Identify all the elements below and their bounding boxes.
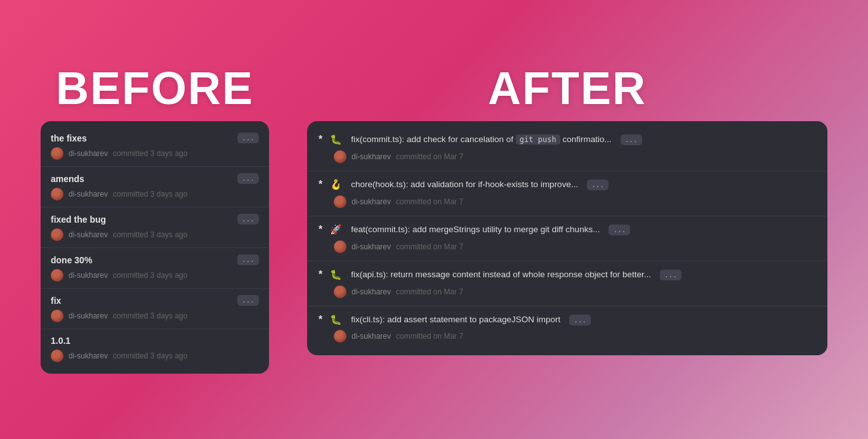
after-column: AFTER * 🐛fix(commit.ts): add check for c… [307, 65, 827, 355]
after-commit-author: di-sukharev [352, 287, 391, 296]
after-card: * 🐛fix(commit.ts): add check for cancela… [307, 121, 827, 355]
commit-emoji: 🐛 [330, 314, 342, 325]
after-title: AFTER [488, 65, 647, 111]
avatar [51, 228, 63, 241]
commit-star-prefix: * [319, 269, 322, 280]
commit-badge[interactable]: ... [237, 214, 259, 225]
after-commit-item: * 🪝chore(hook.ts): add validation for if… [307, 171, 827, 216]
after-avatar [334, 240, 346, 253]
commit-time: committed 3 days ago [113, 311, 187, 320]
after-commit-title: fix(commit.ts): add check for cancelatio… [351, 134, 611, 146]
commit-title: fixed the bug [51, 214, 232, 225]
after-commit-badge[interactable]: ... [608, 225, 630, 235]
after-commit-author: di-sukharev [352, 197, 391, 206]
commit-item: 1.0.1di-sukharevcommitted 3 days ago [41, 329, 269, 369]
after-commit-badge[interactable]: ... [587, 180, 608, 190]
before-column: BEFORE the fixes...di-sukharevcommitted … [41, 65, 269, 374]
avatar [51, 350, 63, 362]
after-commit-item: * 🐛fix(commit.ts): add check for cancela… [307, 126, 827, 171]
after-commit-item: * 🐛fix(cli.ts): add assert statement to … [307, 306, 827, 351]
avatar [51, 188, 63, 200]
commit-author: di-sukharev [69, 351, 108, 360]
commit-star-prefix: * [319, 224, 322, 235]
after-commit-time: committed on Mar 7 [396, 242, 463, 251]
after-avatar [334, 195, 346, 208]
commit-title: done 30% [51, 255, 232, 265]
commit-author: di-sukharev [69, 149, 108, 158]
after-commit-author: di-sukharev [352, 152, 391, 161]
commit-emoji: 🚀 [330, 224, 342, 235]
commit-item: fix...di-sukharevcommitted 3 days ago [41, 289, 269, 329]
commit-time: committed 3 days ago [113, 271, 187, 280]
commit-time: committed 3 days ago [113, 230, 187, 239]
commit-item: done 30%...di-sukharevcommitted 3 days a… [41, 248, 269, 289]
commit-time: committed 3 days ago [113, 190, 187, 199]
after-commit-item: * 🐛fix(api.ts): return message content i… [307, 261, 827, 306]
avatar [51, 147, 63, 160]
after-commit-item: * 🚀feat(commit.ts): add mergeStrings uti… [307, 216, 827, 261]
after-commit-title: chore(hook.ts): add validation for if-ho… [351, 179, 578, 191]
after-commit-author: di-sukharev [352, 332, 391, 341]
commit-star-prefix: * [319, 179, 322, 190]
after-commit-title: fix(api.ts): return message content inst… [351, 269, 651, 281]
commit-author: di-sukharev [69, 190, 108, 199]
commit-badge[interactable]: ... [237, 133, 259, 143]
commit-time: committed 3 days ago [113, 149, 187, 158]
commit-emoji: 🐛 [330, 134, 342, 145]
commit-title: 1.0.1 [51, 336, 259, 346]
after-commit-time: committed on Mar 7 [396, 152, 463, 161]
commit-author: di-sukharev [69, 311, 108, 320]
commit-time: committed 3 days ago [113, 351, 187, 360]
commit-star-prefix: * [319, 134, 322, 145]
after-commit-title: fix(cli.ts): add assert statement to pac… [351, 314, 560, 326]
commit-star-prefix: * [319, 314, 322, 325]
avatar [51, 269, 63, 282]
commit-author: di-sukharev [69, 230, 108, 239]
commit-title: fix [51, 296, 232, 306]
commit-title: the fixes [51, 133, 232, 143]
after-commit-time: committed on Mar 7 [396, 332, 463, 341]
after-commit-time: committed on Mar 7 [396, 197, 463, 206]
commit-item: amends...di-sukharevcommitted 3 days ago [41, 167, 269, 207]
after-avatar [334, 330, 346, 343]
commit-emoji: 🐛 [330, 269, 342, 280]
after-avatar [334, 150, 346, 163]
after-commit-badge[interactable]: ... [621, 134, 642, 145]
commit-badge[interactable]: ... [237, 295, 259, 306]
before-card: the fixes...di-sukharevcommitted 3 days … [41, 121, 269, 374]
git-inline-code: git push [516, 134, 560, 145]
commit-emoji: 🪝 [330, 179, 342, 190]
after-commit-badge[interactable]: ... [569, 315, 591, 325]
commit-item: the fixes...di-sukharevcommitted 3 days … [41, 126, 269, 167]
commit-author: di-sukharev [69, 271, 108, 280]
avatar [51, 310, 63, 322]
main-layout: BEFORE the fixes...di-sukharevcommitted … [0, 46, 868, 393]
before-title: BEFORE [56, 65, 254, 111]
after-commit-author: di-sukharev [352, 242, 391, 251]
commit-item: fixed the bug...di-sukharevcommitted 3 d… [41, 207, 269, 248]
commit-badge[interactable]: ... [237, 173, 259, 184]
commit-badge[interactable]: ... [237, 254, 259, 265]
commit-title: amends [51, 174, 232, 184]
after-commit-title: feat(commit.ts): add mergeStrings utilit… [351, 224, 600, 236]
after-commit-badge[interactable]: ... [660, 270, 681, 280]
after-commit-time: committed on Mar 7 [396, 287, 463, 296]
after-avatar [334, 285, 346, 298]
